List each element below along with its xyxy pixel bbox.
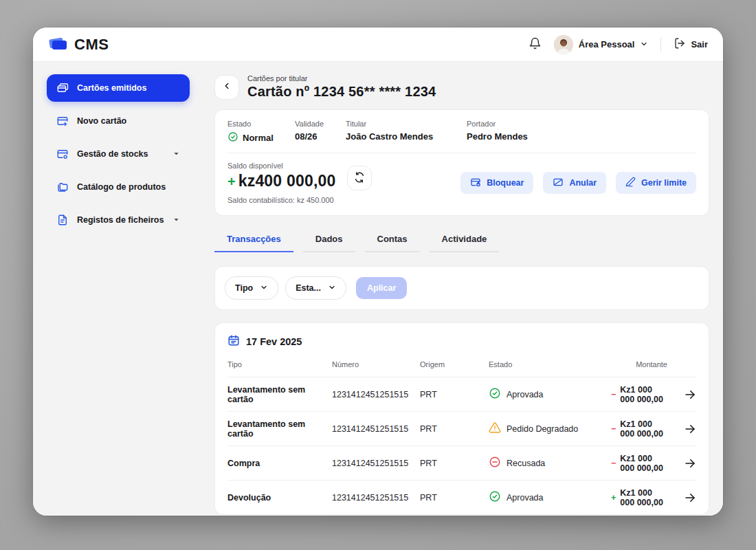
row-tipo: Levantamento sem cartão <box>227 385 332 404</box>
tab-actividade[interactable]: Actividade <box>430 228 500 252</box>
table-row[interactable]: Levantamento sem cartão 1231412451251515… <box>227 411 696 446</box>
amount-sign: − <box>611 424 616 434</box>
col-montante: Montante <box>611 360 667 368</box>
refresh-balance-button[interactable] <box>347 166 372 190</box>
estado-select-label: Esta... <box>296 283 321 293</box>
row-origem: PRT <box>420 459 489 468</box>
check-circle-icon <box>227 131 238 144</box>
sidebar: Cartões emitidos Novo cartão Gestão de s… <box>33 62 203 516</box>
tipo-select[interactable]: Tipo <box>225 276 278 300</box>
user-menu-label: Área Pessoal <box>579 39 635 50</box>
table-row[interactable]: Levantamento sem cartão 1231412451251515… <box>227 377 696 411</box>
page-title: Cartão nº 1234 56** **** 1234 <box>247 84 436 100</box>
chevron-down-icon <box>173 214 180 226</box>
table-row[interactable]: Compra 1231412451251515 PRT Recusada − K… <box>227 446 696 480</box>
gerir-limite-button[interactable]: Gerir limite <box>616 172 696 194</box>
validade-value: 08/26 <box>295 131 328 142</box>
card-gear-icon <box>56 148 69 160</box>
chevron-left-icon <box>222 81 232 93</box>
brand-logo-icon <box>48 35 69 54</box>
sidebar-item-novo-cartao[interactable]: Novo cartão <box>47 107 190 135</box>
status-badge: Pedido Degradado <box>507 424 578 434</box>
row-numero: 1231412451251515 <box>332 459 420 468</box>
sidebar-item-cartoes-emitidos[interactable]: Cartões emitidos <box>47 74 190 102</box>
arrow-right-icon[interactable] <box>667 423 696 435</box>
saldo-sign: + <box>227 174 236 190</box>
table-row[interactable]: Devolução 1231412451251515 PRT Aprovada … <box>227 480 696 514</box>
transactions-panel: 17 Fev 2025 Tipo Número Origem Estado Mo… <box>214 322 709 515</box>
saldo-label: Saldo disponível <box>227 162 336 170</box>
field-label: Titular <box>346 120 449 128</box>
user-menu[interactable]: Área Pessoal <box>554 35 649 54</box>
amount-value: Kz1 000 000 000,00 <box>620 385 667 404</box>
sidebar-item-gestao-de-stocks[interactable]: Gestão de stocks <box>47 140 190 168</box>
row-tipo: Compra <box>227 459 332 468</box>
col-tipo: Tipo <box>227 360 332 368</box>
field-label: Portador <box>467 120 528 128</box>
field-estado: Estado Normal <box>227 120 277 144</box>
sidebar-item-label: Novo cartão <box>77 116 126 126</box>
amount-value: Kz1 000 000 000,00 <box>620 488 667 507</box>
field-titular: Titular João Castro Mendes <box>346 120 449 144</box>
tab-transaccoes[interactable]: Transacções <box>214 228 293 252</box>
status-badge: Aprovada <box>507 390 544 399</box>
sidebar-item-label: Cartões emitidos <box>77 83 146 93</box>
row-origem: PRT <box>420 424 489 434</box>
card-slash-icon <box>553 177 564 190</box>
estado-value: Normal <box>243 133 274 143</box>
topbar: CMS Área Pessoal <box>33 28 723 62</box>
amount-sign: − <box>611 459 616 468</box>
row-numero: 1231412451251515 <box>332 390 420 399</box>
calendar-icon <box>227 334 240 349</box>
breadcrumb: Cartões por titular <box>247 74 436 82</box>
tab-contas[interactable]: Contas <box>365 228 420 252</box>
minus-circle-icon <box>489 456 501 470</box>
arrow-right-icon[interactable] <box>667 457 696 470</box>
row-tipo: Levantamento sem cartão <box>227 419 332 439</box>
sidebar-item-catalogo-de-produtos[interactable]: Catálogo de produtos <box>47 173 190 201</box>
row-numero: 1231412451251515 <box>332 493 420 503</box>
bloquear-button[interactable]: Bloquear <box>460 172 533 194</box>
pencil-icon <box>625 177 636 189</box>
transactions-date: 17 Fev 2025 <box>246 336 302 347</box>
amount-sign: + <box>611 493 616 503</box>
aplicar-button[interactable]: Aplicar <box>356 277 407 299</box>
bell-icon <box>529 37 542 52</box>
saldo-block: Saldo disponível + kz400 000,00 Saldo co… <box>227 162 336 204</box>
col-numero: Número <box>332 360 420 368</box>
topbar-divider <box>660 37 661 52</box>
brand-name: CMS <box>74 36 109 54</box>
brand: CMS <box>48 35 109 54</box>
field-portador: Portador Pedro Mendes <box>467 120 528 144</box>
amount-value: Kz1 000 000 000,00 <box>620 419 667 439</box>
portador-value: Pedro Mendes <box>467 131 528 142</box>
app-window: CMS Área Pessoal <box>33 28 723 516</box>
anular-button[interactable]: Anular <box>543 172 606 194</box>
row-origem: PRT <box>420 493 489 503</box>
field-label: Validade <box>295 120 328 128</box>
amount-sign: − <box>611 390 616 399</box>
gerir-limite-label: Gerir limite <box>641 178 687 188</box>
card-lock-icon <box>470 177 481 190</box>
sidebar-item-label: Gestão de stocks <box>77 149 148 159</box>
notifications-button[interactable] <box>529 37 542 52</box>
arrow-right-icon[interactable] <box>667 492 696 504</box>
col-origem: Origem <box>420 360 489 368</box>
estado-select[interactable]: Esta... <box>285 276 346 300</box>
chevron-down-icon <box>640 38 648 51</box>
status-badge: Recusada <box>507 459 545 468</box>
logout-button[interactable]: Sair <box>674 37 708 52</box>
sidebar-item-registos-de-ficheiros[interactable]: Registos de ficheiros <box>47 206 190 234</box>
refresh-icon <box>354 172 365 185</box>
saldo-value: kz400 000,00 <box>238 172 336 190</box>
bloquear-label: Bloquear <box>487 178 524 188</box>
field-label: Estado <box>227 120 277 128</box>
tabs: Transacções Dados Contas Actividade <box>214 228 709 252</box>
sidebar-item-label: Catálogo de produtos <box>77 182 166 192</box>
transactions-header: Tipo Número Origem Estado Montante <box>227 360 696 377</box>
status-badge: Aprovada <box>507 493 544 503</box>
tab-dados[interactable]: Dados <box>303 228 355 252</box>
back-button[interactable] <box>214 75 239 100</box>
file-icon <box>56 214 69 226</box>
arrow-right-icon[interactable] <box>667 388 696 401</box>
